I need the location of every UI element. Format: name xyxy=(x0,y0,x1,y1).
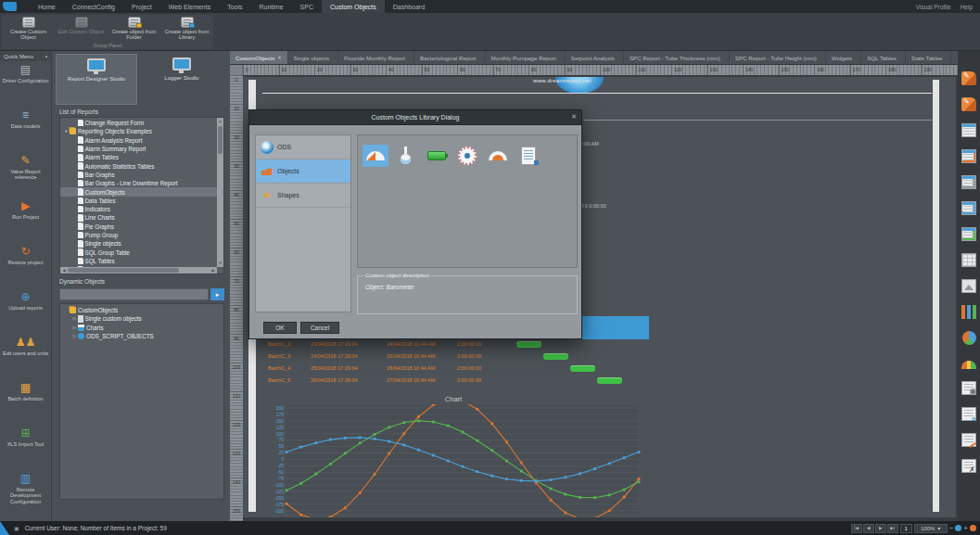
ribbon-button[interactable]: Create object from Folder xyxy=(108,15,160,43)
help-button[interactable]: Help xyxy=(961,4,973,10)
menu-tab[interactable]: Home xyxy=(30,0,64,13)
pivot-table-icon[interactable] xyxy=(961,227,976,241)
menu-tab[interactable]: Custom Objects xyxy=(322,0,385,13)
dynamic-objects-item[interactable]: CustomObjects xyxy=(60,306,223,314)
expander-icon[interactable]: ▷ xyxy=(71,325,78,330)
scrollbar-thumb[interactable] xyxy=(218,126,223,154)
ribbon-button[interactable]: Edit Custom Object xyxy=(55,15,108,43)
menu-tab[interactable]: ConnectConfig xyxy=(64,0,123,13)
vertical-scrollbar[interactable]: ▲ ▼ xyxy=(217,118,223,267)
dialog-nav-item[interactable]: ≈ ODS xyxy=(256,135,350,159)
chart-object[interactable]: Chart 2001751501251007550250-25-50-75-10… xyxy=(262,395,644,517)
visual-profile-button[interactable]: Visual Profile xyxy=(916,4,951,10)
image-object-icon[interactable] xyxy=(961,279,976,293)
quick-menu-item[interactable]: ▥ Remote Development Configuration xyxy=(0,470,51,516)
search-go-button[interactable]: ▸ xyxy=(210,288,224,300)
document-tab[interactable]: SPC Report - Tube Height (mm) xyxy=(730,51,826,64)
report-tree-item[interactable]: Change Request Form xyxy=(60,119,217,127)
menu-tab[interactable]: SPC xyxy=(292,0,322,13)
gauge-object-icon[interactable] xyxy=(961,361,976,369)
expander-icon[interactable]: ▷ xyxy=(71,316,78,321)
report-tree-item[interactable]: Bar Graphs - Line Downtime Report xyxy=(60,179,217,187)
quick-menu-item[interactable]: ⊞ XLS Import Tool xyxy=(0,425,51,470)
sql-table-icon[interactable] xyxy=(961,175,976,189)
page-nav-button[interactable]: ▶| xyxy=(887,524,898,533)
report-tree-item[interactable]: Alarm Summary Report xyxy=(60,145,217,153)
data-table-icon[interactable] xyxy=(961,123,976,137)
report-tree-item[interactable]: Data Tables xyxy=(60,197,217,205)
report-tree-item[interactable]: Pump Group xyxy=(60,231,217,239)
battery-object-icon[interactable] xyxy=(424,145,450,167)
scrollbar-thumb[interactable] xyxy=(68,268,179,273)
report-tree-item[interactable]: Indicators xyxy=(60,205,217,213)
zoom-out-icon[interactable]: − xyxy=(949,525,954,532)
quick-menu-item[interactable]: ↻ Restore project xyxy=(0,243,51,288)
page-nav-button[interactable]: |◀ xyxy=(851,524,862,533)
gauge-object-icon[interactable] xyxy=(363,145,388,167)
scroll-left-icon[interactable]: ◀ xyxy=(60,267,68,274)
pin-icon[interactable]: ▪ xyxy=(45,54,47,59)
alarm-table-icon[interactable] xyxy=(961,97,976,111)
quick-menu-item[interactable]: ▤ Driver Configuration xyxy=(0,61,51,107)
document-tab[interactable]: Widgets xyxy=(826,51,861,64)
ok-button[interactable]: OK xyxy=(263,322,297,334)
close-tab-icon[interactable]: ✕ xyxy=(277,55,281,60)
dynamic-objects-item[interactable]: ▷ ODS_SCRIPT_OBJECTS xyxy=(60,332,223,340)
page-number-field[interactable]: 1 xyxy=(900,524,912,533)
report-tree-item[interactable]: SQL Tables xyxy=(60,257,217,265)
report-tree-item[interactable]: ▾ Reporting Objects Examples xyxy=(60,127,217,135)
zoom-in-icon[interactable]: + xyxy=(963,525,968,532)
dialog-nav-item[interactable]: ★ Shapes xyxy=(256,184,350,208)
ribbon-button[interactable]: Create object from Library xyxy=(160,15,213,43)
expander-icon[interactable]: ▷ xyxy=(71,334,78,338)
document-tab[interactable]: CustomObjects ✕ xyxy=(230,51,288,64)
dynamic-objects-search-input[interactable] xyxy=(59,288,209,300)
document-tab[interactable]: Single objects xyxy=(288,51,339,64)
doc-draw-icon[interactable] xyxy=(961,433,976,447)
doc-note-icon[interactable] xyxy=(961,407,976,421)
table-chart-icon[interactable] xyxy=(961,149,976,163)
menu-tab[interactable]: Web Elements xyxy=(160,0,219,13)
dialog-titlebar[interactable]: Custom Objects Library Dialog ✕ xyxy=(249,110,581,125)
document-tab[interactable]: Shift Report xyxy=(951,51,958,64)
menu-tab[interactable]: Project xyxy=(123,0,160,13)
report-tree-item[interactable]: CustomObjects xyxy=(60,187,217,196)
signature-icon[interactable] xyxy=(961,459,976,473)
alarm-analysis-icon[interactable] xyxy=(961,71,976,85)
report-tree-item[interactable]: Automatic Statistics Tables xyxy=(60,161,217,170)
page-nav-button[interactable]: ▶ xyxy=(875,524,886,533)
report-tree-item[interactable]: Single objects xyxy=(60,239,217,248)
dial-object-icon[interactable] xyxy=(454,145,480,167)
report-tree-item[interactable]: Alarm Tables xyxy=(60,153,217,161)
close-icon[interactable]: ✕ xyxy=(571,113,577,121)
scheduled-table-icon[interactable] xyxy=(961,201,976,215)
report-tree-item[interactable]: Alarm Analysis Report xyxy=(60,136,217,145)
menu-tab[interactable]: Dashboard xyxy=(385,0,433,13)
menu-tab[interactable]: Tools xyxy=(219,0,250,13)
dynamic-objects-item[interactable]: ▷ Charts xyxy=(60,324,223,332)
report-tree-item[interactable]: Line Charts xyxy=(60,213,217,222)
quick-menu-item[interactable]: ▦ Batch definition xyxy=(0,379,51,425)
quick-menu-item[interactable]: ≡ Data models xyxy=(0,107,51,152)
flask-object-icon[interactable] xyxy=(393,145,419,167)
document-tab[interactable]: Bacteriological Report xyxy=(414,51,486,64)
document-tab[interactable]: SQL Tables xyxy=(861,51,906,64)
quick-menu-item[interactable]: ⊕ Upload reports xyxy=(0,288,51,334)
report-tree-item[interactable]: Pie Graphs xyxy=(60,223,217,231)
quick-menu-item[interactable]: ✎ Value Report reference xyxy=(0,152,51,197)
document-tab[interactable]: Setpoint Analysis xyxy=(566,51,624,64)
bar-chart-object-icon[interactable] xyxy=(961,305,976,319)
scroll-right-icon[interactable]: ▶ xyxy=(210,267,217,274)
cancel-button[interactable]: Cancel xyxy=(300,322,339,334)
dynamic-objects-item[interactable]: ▷ Single custom objects xyxy=(60,314,223,323)
document-tab[interactable]: Monthly Pumpage Report xyxy=(486,51,566,64)
report-object-icon[interactable] xyxy=(515,145,541,167)
document-tab[interactable]: Fluoride Monthly Report xyxy=(338,51,414,64)
quick-menu-item[interactable]: ▶ Run Project xyxy=(0,197,51,243)
page-nav-button[interactable]: ◀ xyxy=(863,524,874,533)
scroll-up-icon[interactable]: ▲ xyxy=(217,118,223,125)
menu-tab[interactable]: Runtime xyxy=(251,0,292,13)
document-tab[interactable]: SPC Report - Tube Thickness (mm) xyxy=(624,51,730,64)
document-tab[interactable]: Stats Tables xyxy=(906,51,952,64)
pie-chart-object-icon[interactable] xyxy=(962,331,976,345)
